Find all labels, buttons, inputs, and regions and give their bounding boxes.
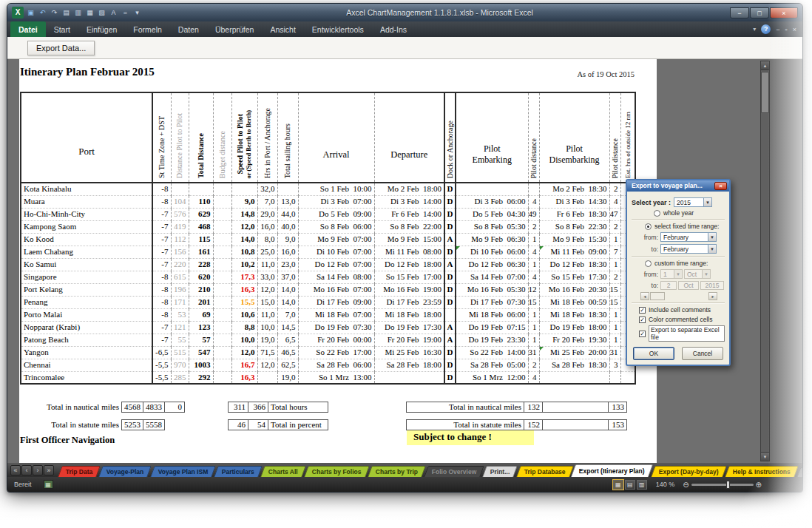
cell-dep[interactable]: Mi 11 Feb 08:00 [374, 246, 444, 258]
col-header-dpp[interactable]: Distance Pilot to Pilot [171, 92, 189, 183]
cell-speed[interactable]: 10,2 [231, 258, 257, 271]
cell-total[interactable]: 115 [189, 233, 213, 246]
ribbon-tab-formeln[interactable]: Formeln [125, 21, 170, 37]
cell-dis[interactable]: Mo 9 Feb 15:30 [539, 233, 609, 246]
cell-speed[interactable]: 17,3 [231, 271, 257, 283]
cell-budget[interactable] [213, 308, 231, 321]
cell-tz[interactable]: -7 [152, 334, 171, 346]
cell-tz[interactable]: -8 [152, 296, 171, 308]
cell-dock[interactable]: A [444, 258, 456, 271]
cell-hrs[interactable]: 15,0 [257, 296, 277, 308]
col-header-dis[interactable]: PilotDisembarking [539, 92, 609, 183]
cell-dep[interactable]: Mi 25 Feb 16:30 [374, 346, 444, 359]
cell-total[interactable]: 1003 [189, 359, 213, 371]
cell-sail[interactable]: 40,0 [277, 220, 298, 233]
cell-dock[interactable]: D [444, 208, 456, 220]
cell-embd[interactable]: 1 [528, 233, 539, 246]
cell-tz[interactable]: -8 [152, 195, 171, 208]
ribbon-tab-ansicht[interactable]: Ansicht [262, 21, 303, 37]
cell-embd[interactable]: 4 [528, 271, 539, 283]
cell-dis[interactable]: Fr 6 Feb 18:30 [539, 208, 609, 220]
sheet-tab-charts-all[interactable]: Charts All [260, 466, 305, 477]
print-icon[interactable]: ▤ [61, 8, 71, 18]
cell-port[interactable]: Porto Malai [21, 308, 152, 321]
cell-total[interactable]: 161 [189, 246, 213, 258]
cell-tz[interactable]: -8 [152, 271, 171, 283]
cell-dpp[interactable]: 55 [171, 334, 189, 346]
cell-sail[interactable]: 37,0 [277, 271, 298, 283]
cell-sail[interactable]: 7,0 [277, 308, 298, 321]
cell-emb[interactable]: So 1 Mrz 12:00 [456, 371, 528, 384]
cell-speed[interactable]: 16,3 [231, 371, 257, 384]
cell-tz[interactable]: -8 [152, 183, 171, 195]
ribbon-tab-add-ins[interactable]: Add-Ins [372, 21, 415, 37]
col-header-arr[interactable]: Arrival [298, 92, 374, 183]
cell-tz[interactable]: -6,5 [152, 346, 171, 359]
whole-year-radio[interactable] [654, 210, 660, 217]
zoom-in-icon[interactable]: ⊕ [756, 481, 762, 489]
formula-icon[interactable]: = [121, 8, 130, 18]
page-layout-view-icon[interactable]: ▤ [625, 480, 635, 490]
cell-speed[interactable]: 16,7 [231, 359, 257, 371]
cell-arr[interactable]: Di 3 Feb 07:00 [298, 195, 374, 208]
cell-dpp[interactable] [171, 183, 189, 195]
cell-sail[interactable]: 9,0 [277, 233, 298, 246]
cell-dock[interactable]: D [444, 346, 456, 359]
cell-dep[interactable]: Di 3 Feb 14:00 [374, 195, 444, 208]
cell-budget[interactable] [213, 346, 231, 359]
cell-dis[interactable]: Do 19 Feb 18:00 [539, 321, 609, 334]
cell-port[interactable]: Muara [21, 195, 152, 208]
cell-sail[interactable]: 14,0 [277, 296, 298, 308]
cell-dis[interactable]: So 8 Feb 22:30 [539, 220, 609, 233]
cell-dis[interactable]: Mo 16 Feb 20:30 [539, 283, 609, 296]
cell-port[interactable]: Kampong Saom [21, 220, 152, 233]
cell-dep[interactable]: So 8 Feb 22:00 [374, 220, 444, 233]
cell-emb[interactable]: Di 10 Feb 06:00 [456, 246, 528, 258]
workbook-minimize-icon[interactable]: − [776, 26, 779, 33]
sheet-tab-charts-by-trip[interactable]: Charts by Trip [368, 466, 426, 477]
cell-port[interactable]: Kota Kinabalu [21, 183, 152, 195]
cell-emb[interactable]: Do 19 Feb 07:15 [456, 321, 528, 334]
cell-sail[interactable]: 16,0 [277, 246, 298, 258]
sheet-tab-print[interactable]: Print... [482, 466, 518, 477]
cell-arr[interactable]: Di 10 Feb 07:00 [298, 246, 374, 258]
undo-icon[interactable]: ↶ [38, 8, 47, 18]
cell-emb[interactable]: So 22 Feb 14:00 [456, 346, 528, 359]
sheet-tab-export-day-by-day[interactable]: Export (Day-by-day) [651, 466, 726, 477]
cell-dep[interactable]: So 15 Feb 17:00 [374, 271, 444, 283]
cell-tz[interactable]: -8 [152, 308, 171, 321]
cell-total[interactable]: 210 [189, 283, 213, 296]
cell-disd[interactable]: 47 [609, 208, 620, 220]
cell-embd[interactable]: 1 [528, 334, 539, 346]
cell-hrs[interactable]: 33,0 [257, 271, 277, 283]
cell-emb[interactable]: Mo 16 Feb 05:30 [456, 283, 528, 296]
col-header-sail[interactable]: Total sailing hours [277, 92, 298, 183]
cell-hrs[interactable]: 10,0 [257, 321, 277, 334]
close-icon[interactable]: × [770, 7, 798, 18]
cell-dep[interactable]: Mo 2 Feb 18:00 [374, 183, 444, 195]
cell-disd[interactable]: 4 [609, 195, 620, 208]
cell-dock[interactable]: A [444, 334, 456, 346]
qat-menu-icon[interactable]: ▾ [132, 8, 142, 18]
cell-dep[interactable]: Di 17 Feb 23:59 [374, 296, 444, 308]
workbook-restore-icon[interactable]: ▫ [785, 26, 788, 33]
cell-budget[interactable] [213, 220, 231, 233]
cell-total[interactable]: 620 [189, 271, 213, 283]
cell-arr[interactable]: Di 17 Feb 09:00 [298, 296, 374, 308]
sheet-tab-export-itinerary-plan[interactable]: Export (Itinerary Plan) [571, 464, 653, 477]
cell-arr[interactable]: So 8 Feb 06:00 [298, 220, 374, 233]
col-header-dock[interactable]: Dock or Anchorage [444, 92, 456, 183]
cell-dis[interactable]: Mo 2 Feb 18:30 [539, 183, 609, 195]
cell-budget[interactable] [213, 321, 231, 334]
cell-hrs[interactable]: 16,0 [257, 220, 277, 233]
ribbon-tab-daten[interactable]: Daten [170, 21, 207, 37]
cell-dpp[interactable]: 576 [171, 208, 189, 220]
scroll-right-icon[interactable]: ► [708, 292, 717, 300]
cell-total[interactable] [189, 183, 213, 195]
cell-disd[interactable]: 1 [609, 233, 620, 246]
cell-port[interactable]: Ho-Chi-Minh-City [21, 208, 152, 220]
cell-dis[interactable]: Mi 25 Feb 20:00 [539, 346, 609, 359]
cell-budget[interactable] [213, 271, 231, 283]
cell-total[interactable]: 123 [189, 321, 213, 334]
cell-speed[interactable]: 10,6 [231, 308, 257, 321]
